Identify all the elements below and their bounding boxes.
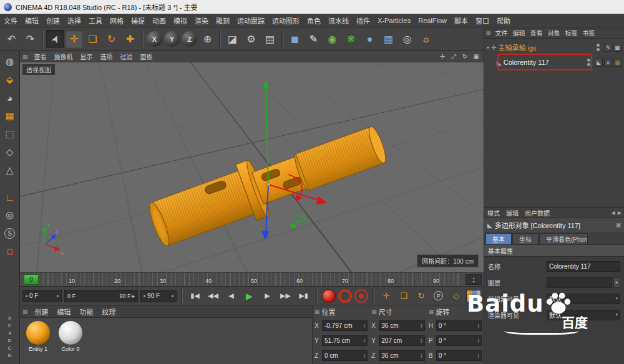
object-manager[interactable]: ▾ ✛ 主轴承轴.igs ✎ ▦ ◣ Colorentity 117 ◣ ● ◍ — [484, 39, 624, 207]
light-object-icon[interactable]: ☼ — [417, 30, 435, 48]
om-menu-item[interactable]: 标签 — [563, 28, 580, 37]
material-item[interactable]: Color 0 — [56, 321, 85, 352]
render-queue-icon[interactable]: ▤ — [261, 30, 279, 48]
viewport-pan-icon[interactable]: ✛ — [437, 53, 447, 60]
lock-icon[interactable]: ▣ — [615, 222, 621, 228]
polygon-tag-icon[interactable]: ◣ — [595, 59, 603, 67]
viewport-menu-item[interactable]: 摄像机 — [51, 52, 77, 61]
play-button[interactable]: ▶ — [241, 289, 257, 304]
viewport-rotate-icon[interactable]: ↻ — [460, 53, 470, 60]
layer-browser-button[interactable]: ▸ — [613, 277, 620, 288]
record-pla-toggle[interactable]: ◇ — [449, 289, 464, 304]
floor-object-icon[interactable]: ▦ — [379, 30, 397, 48]
panel-handle-icon[interactable]: ▦ — [429, 309, 434, 315]
undo-icon[interactable]: ↶ — [2, 30, 21, 48]
live-selection-icon[interactable]: ➤ — [46, 30, 64, 48]
position-y-field[interactable]: 51.75 cm▴▾ — [322, 335, 368, 346]
name-input[interactable] — [547, 261, 620, 272]
tab-basic[interactable]: 基本 — [485, 233, 512, 244]
material-menu-item[interactable]: 功能 — [76, 307, 98, 317]
camera-object-icon[interactable]: ◎ — [398, 30, 416, 48]
previous-key-button[interactable]: ◀◀ — [205, 289, 221, 304]
primitive-cube-icon[interactable]: ◼ — [286, 30, 304, 48]
menu-item[interactable]: 帮助 — [493, 16, 514, 26]
panel-handle-icon[interactable]: ▦ — [484, 30, 493, 36]
viewport-menu-item[interactable]: 查看 — [31, 52, 51, 61]
viewport-menu-item[interactable]: 面板 — [137, 52, 157, 61]
enable-axis-icon[interactable]: ∟ — [2, 189, 18, 205]
position-z-field[interactable]: 0 cm▴▾ — [322, 350, 368, 361]
forward-icon[interactable]: ▶ — [618, 210, 622, 216]
visibility-dots[interactable] — [597, 44, 600, 51]
y-axis-lock-icon[interactable]: Y — [164, 31, 180, 47]
rotation-h-field[interactable]: 0 °▴▾ — [436, 320, 482, 331]
viewport-menu-item[interactable]: 选项 — [97, 52, 117, 61]
menu-item[interactable]: 运动图形 — [268, 16, 303, 26]
texture-mode-icon[interactable]: ◕ — [2, 90, 18, 106]
next-frame-button[interactable]: ▶ — [260, 289, 275, 304]
material-menu-item[interactable]: 创建 — [31, 307, 53, 317]
menu-item[interactable]: 窗口 — [472, 16, 493, 26]
last-tool-icon[interactable]: ✚ — [121, 30, 139, 48]
move-tool-icon[interactable]: ✛ — [65, 30, 83, 48]
size-x-field[interactable]: 36 cm▴▾ — [379, 320, 424, 331]
layout-switch-button[interactable] — [466, 290, 481, 302]
panel-handle-icon[interactable]: ▦ — [20, 54, 31, 60]
viewport-label[interactable]: 透视视图 — [22, 64, 55, 75]
spline-pen-icon[interactable]: ✎ — [305, 30, 323, 48]
viewport-canvas[interactable]: Y X Z 透视视图 网格间距：100 cm — [20, 62, 484, 272]
coordinate-system-icon[interactable]: ⊕ — [198, 30, 217, 48]
workplane-mode-icon[interactable]: ▦ — [2, 108, 18, 124]
record-parameter-toggle[interactable]: P — [431, 289, 446, 304]
menu-item[interactable]: 文件 — [0, 16, 21, 26]
menu-item[interactable]: 动画 — [149, 16, 170, 26]
menu-item[interactable]: 插件 — [353, 16, 374, 26]
editor-visibility-dropdown[interactable]: 默认▾ — [547, 294, 620, 304]
attr-menu-item[interactable]: 编辑 — [503, 208, 522, 218]
menu-item[interactable]: 选择 — [64, 16, 85, 26]
magnet-snap-icon[interactable]: Ω — [2, 243, 18, 259]
subdivision-surface-icon[interactable]: ◉ — [323, 30, 341, 48]
back-icon[interactable]: ◀ — [612, 210, 615, 216]
preview-range-slider[interactable]: 0 F 90 F▸ — [64, 290, 138, 302]
layer-field[interactable] — [547, 277, 612, 288]
make-editable-icon[interactable]: ◍ — [2, 54, 18, 70]
position-x-field[interactable]: -0.797 cm▴▾ — [322, 320, 368, 331]
autokey-button[interactable] — [338, 289, 352, 303]
rotation-p-field[interactable]: 0 °▴▾ — [436, 335, 482, 346]
record-rotation-toggle[interactable]: ↻ — [414, 289, 429, 304]
section-header[interactable]: 基本属性 — [484, 244, 624, 257]
rotate-tool-icon[interactable]: ↻ — [102, 30, 120, 48]
material-item[interactable]: Entity 1 — [24, 321, 52, 352]
points-mode-icon[interactable]: ⬚ — [2, 126, 18, 142]
attr-menu-item[interactable]: 模式 — [484, 208, 503, 218]
om-menu-item[interactable]: 编辑 — [510, 28, 528, 37]
z-axis-lock-icon[interactable]: Z — [182, 31, 197, 47]
render-view-icon[interactable]: ◪ — [223, 30, 241, 48]
tab-phong[interactable]: 平滑着色(Phong) — [539, 233, 588, 244]
deformer-icon[interactable]: ● — [361, 30, 379, 48]
viewport-toggle-icon[interactable]: ▣ — [471, 53, 481, 60]
material-menu-item[interactable]: 纹理 — [98, 307, 120, 317]
size-z-field[interactable]: 36 cm▴▾ — [379, 350, 424, 361]
texture-tag-icon[interactable]: ◍ — [613, 59, 622, 67]
panel-handle-icon[interactable]: ▦ — [371, 309, 377, 315]
menu-item[interactable]: 雕刻 — [212, 16, 233, 26]
timeline-marker[interactable]: 0 — [24, 274, 39, 285]
go-to-end-button[interactable]: ▶▮ — [296, 289, 311, 304]
om-menu-item[interactable]: 对象 — [545, 28, 563, 37]
panel-handle-icon[interactable]: ▦ — [20, 309, 31, 315]
edit-tag-icon[interactable]: ✎ — [604, 44, 612, 52]
om-menu-item[interactable]: 查看 — [528, 28, 545, 37]
phong-tag-icon[interactable]: ● — [604, 59, 612, 67]
menu-item[interactable]: 编辑 — [21, 16, 42, 26]
timeline-ruler[interactable]: 0 10 20 30 40 50 60 70 80 90 ▴▾ — [20, 272, 484, 286]
next-key-button[interactable]: ▶▶ — [278, 289, 293, 304]
tab-coordinates[interactable]: 坐标 — [512, 233, 539, 244]
solo-mode-icon[interactable]: ◎ — [2, 207, 18, 223]
om-menu-item[interactable]: 书签 — [580, 28, 598, 37]
object-label[interactable]: 主轴承轴.igs — [498, 42, 536, 52]
attr-menu-item[interactable]: 用户数据 — [522, 208, 553, 218]
material-preview-sphere[interactable] — [59, 321, 82, 345]
menu-item[interactable]: 流水线 — [324, 16, 353, 26]
